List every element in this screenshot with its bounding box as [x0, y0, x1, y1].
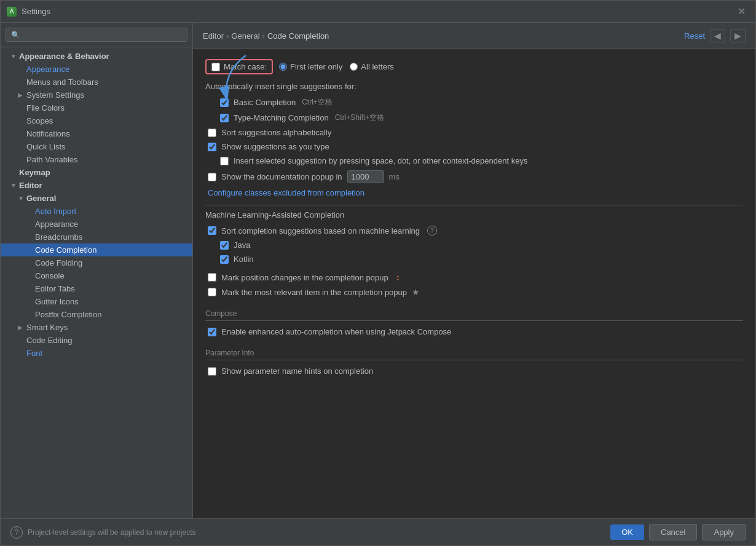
sidebar-item-menus-toolbars[interactable]: Menus and Toolbars	[1, 76, 192, 89]
sidebar-item-path-variables[interactable]: Path Variables	[1, 153, 192, 166]
apply-button[interactable]: Apply	[702, 524, 746, 540]
java-label: Java	[234, 240, 250, 250]
sidebar-item-system-settings[interactable]: ▶ System Settings	[1, 89, 192, 101]
show-param-hints-checkbox[interactable]	[208, 367, 216, 376]
ml-section-title: Machine Learning-Assisted Completion	[205, 210, 743, 220]
mark-position-row: Mark position changes in the completion …	[205, 272, 743, 282]
sidebar-item-appearance[interactable]: Appearance	[1, 63, 192, 76]
type-matching-checkbox[interactable]	[220, 114, 229, 122]
show-as-type-row: Show suggestions as you type	[205, 142, 743, 151]
first-letter-radio-label[interactable]: First letter only	[279, 62, 342, 71]
ms-label: ms	[389, 172, 400, 181]
forward-button[interactable]: ▶	[730, 29, 746, 42]
sidebar-item-auto-import[interactable]: Auto Import	[1, 205, 192, 218]
type-matching-label: Type-Matching Completion Ctrl+Shift+空格	[234, 113, 384, 123]
breadcrumb-sep1: ›	[226, 31, 229, 41]
breadcrumb-editor: Editor	[203, 31, 224, 41]
back-button[interactable]: ◀	[710, 29, 725, 42]
sidebar-item-general[interactable]: ▼ General	[1, 192, 192, 205]
java-checkbox[interactable]	[220, 241, 229, 250]
sidebar-item-breadcrumbs[interactable]: Breadcrumbs	[1, 231, 192, 243]
sidebar-item-keymap[interactable]: Keymap	[1, 166, 192, 179]
ok-button[interactable]: OK	[610, 524, 644, 540]
show-doc-popup-row: Show the documentation popup in ms	[205, 170, 743, 183]
match-case-highlight: Match case:	[205, 59, 273, 74]
sidebar-item-editor-tabs[interactable]: Editor Tabs	[1, 282, 192, 295]
mark-position-label: Mark position changes in the completion …	[221, 273, 388, 282]
sort-arrows-icon: ↕	[396, 272, 400, 282]
sidebar-item-appearance-sub[interactable]: Appearance	[1, 218, 192, 231]
cancel-button[interactable]: Cancel	[649, 524, 697, 540]
match-case-checkbox[interactable]	[211, 63, 220, 71]
first-letter-radio[interactable]	[279, 63, 287, 71]
main-content: 🔍 ▼ Appearance & Behavior Appearance Men…	[1, 23, 755, 518]
show-as-type-checkbox[interactable]	[208, 143, 216, 151]
panel-body: Match case: First letter only All letter…	[193, 49, 755, 518]
sidebar-item-quick-lists[interactable]: Quick Lists	[1, 140, 192, 153]
show-doc-popup-checkbox[interactable]	[208, 173, 216, 181]
sidebar-item-appearance-behavior[interactable]: ▼ Appearance & Behavior	[1, 50, 192, 63]
param-section: Parameter Info Show parameter name hints…	[205, 349, 743, 376]
basic-completion-row: Basic Completion Ctrl+空格	[205, 97, 743, 108]
panel-actions: Reset ◀ ▶	[684, 29, 746, 42]
basic-completion-label: Basic Completion Ctrl+空格	[234, 97, 333, 108]
dialog-title: Settings	[22, 7, 729, 16]
sidebar-tree: ▼ Appearance & Behavior Appearance Menus…	[1, 47, 192, 518]
search-box: 🔍	[1, 23, 192, 47]
title-bar: A Settings ✕	[1, 1, 755, 23]
mark-position-checkbox[interactable]	[208, 273, 216, 282]
sidebar-item-notifications[interactable]: Notifications	[1, 127, 192, 140]
java-row: Java	[205, 240, 743, 250]
show-param-hints-row: Show parameter name hints on completion	[205, 366, 743, 376]
kotlin-label: Kotlin	[234, 255, 254, 264]
auto-insert-title: Automatically insert single suggestions …	[205, 82, 743, 91]
basic-completion-checkbox[interactable]	[220, 98, 229, 107]
mark-relevant-row: Mark the most relevant item in the compl…	[205, 287, 743, 297]
arrow-icon: ▼	[10, 53, 19, 60]
sidebar-item-editor[interactable]: ▼ Editor	[1, 179, 192, 192]
sort-ml-label: Sort completion suggestions based on mac…	[221, 226, 420, 235]
close-button[interactable]: ✕	[734, 4, 749, 18]
section-divider-ml	[205, 205, 743, 205]
sidebar-item-code-folding[interactable]: Code Folding	[1, 256, 192, 269]
match-case-label: Match case:	[224, 62, 267, 71]
sidebar-item-smart-keys[interactable]: ▶ Smart Keys	[1, 321, 192, 334]
all-letters-radio[interactable]	[350, 63, 358, 71]
sidebar-item-gutter-icons[interactable]: Gutter Icons	[1, 295, 192, 308]
sidebar-item-console[interactable]: Console	[1, 269, 192, 282]
sidebar-item-file-colors[interactable]: File Colors	[1, 101, 192, 114]
insert-by-space-checkbox[interactable]	[220, 157, 229, 165]
match-case-row: Match case: First letter only All letter…	[205, 59, 743, 74]
match-case-container: Match case:	[205, 59, 273, 74]
bottom-message: Project-level settings will be applied t…	[28, 528, 605, 537]
reset-button[interactable]: Reset	[684, 31, 705, 41]
sidebar-item-code-completion[interactable]: Code Completion	[1, 243, 192, 256]
sort-alpha-label: Sort suggestions alphabetically	[221, 128, 331, 137]
breadcrumb: Editor › General › Code Completion	[203, 31, 684, 41]
all-letters-radio-label[interactable]: All letters	[350, 62, 393, 71]
kotlin-checkbox[interactable]	[220, 255, 229, 264]
help-button[interactable]: ?	[10, 526, 23, 539]
param-section-title: Parameter Info	[205, 349, 743, 360]
help-icon-ml[interactable]: ?	[427, 226, 437, 235]
sidebar-item-font[interactable]: Font	[1, 347, 192, 360]
doc-popup-ms-input[interactable]	[347, 170, 384, 183]
mark-relevant-checkbox[interactable]	[208, 288, 216, 296]
kotlin-row: Kotlin	[205, 255, 743, 264]
sidebar-item-code-editing[interactable]: Code Editing	[1, 334, 192, 347]
breadcrumb-sep2: ›	[262, 31, 265, 41]
panel-header: Editor › General › Code Completion Reset…	[193, 23, 755, 49]
show-as-type-label: Show suggestions as you type	[221, 142, 329, 151]
sidebar-item-postfix-completion[interactable]: Postfix Completion	[1, 308, 192, 321]
type-matching-row: Type-Matching Completion Ctrl+Shift+空格	[205, 113, 743, 123]
sidebar-item-scopes[interactable]: Scopes	[1, 114, 192, 127]
compose-section-title: Compose	[205, 309, 743, 321]
search-wrapper[interactable]: 🔍	[6, 28, 187, 42]
sort-ml-checkbox[interactable]	[208, 226, 216, 235]
sort-alpha-checkbox[interactable]	[208, 129, 216, 137]
compose-checkbox[interactable]	[208, 328, 216, 336]
mark-relevant-label: Mark the most relevant item in the compl…	[221, 288, 407, 297]
search-input[interactable]	[24, 30, 182, 39]
configure-excluded-link[interactable]: Configure classes excluded from completi…	[208, 188, 743, 197]
search-icon: 🔍	[11, 31, 20, 39]
